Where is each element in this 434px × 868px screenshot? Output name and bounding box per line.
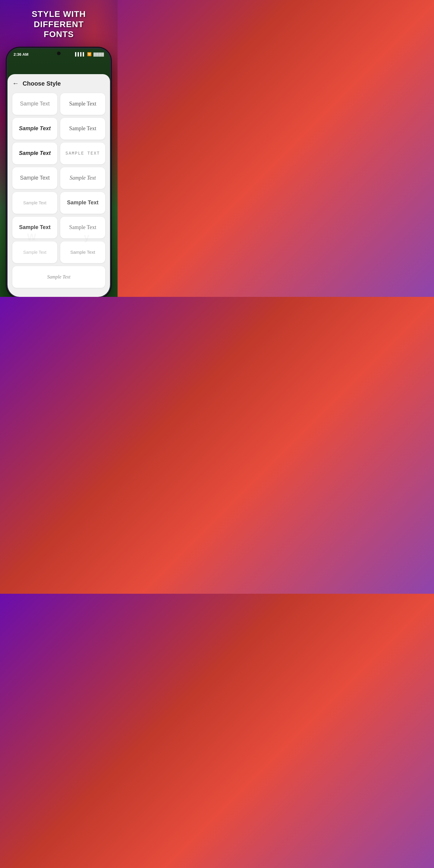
font-label-2: Sample Text	[69, 101, 96, 107]
font-label-4: Sample Text	[69, 125, 96, 132]
font-card-3[interactable]: Sample Text	[12, 118, 57, 140]
font-label-15: Sample Text	[47, 274, 70, 280]
back-button[interactable]: ←	[12, 80, 19, 87]
status-time: 2:36 AM	[13, 52, 28, 57]
font-label-12: Sample Text	[69, 224, 96, 230]
font-card-5[interactable]: Sample Text	[12, 143, 57, 164]
font-label-14: Sample Text	[70, 250, 95, 255]
modal-header: ← Choose Style	[12, 80, 105, 87]
font-card-15[interactable]: Sample Text	[12, 266, 105, 288]
font-label-3: Sample Text	[19, 125, 51, 132]
font-card-4[interactable]: Sample Text	[60, 118, 105, 140]
font-card-8[interactable]: Sample Text	[60, 167, 105, 189]
font-label-5: Sample Text	[19, 150, 51, 156]
phone-frame: 2:36 AM ▌▌▌▌ 🛜 ▓▓▓▓ W y ← Choose Style S…	[7, 49, 110, 297]
font-card-2[interactable]: Sample Text	[60, 93, 105, 115]
signal-icon: ▌▌▌▌	[75, 52, 85, 56]
font-card-11[interactable]: Sample Text	[12, 217, 57, 239]
font-label-9: Sample Text	[23, 200, 46, 205]
font-card-9[interactable]: Sample Text	[12, 192, 57, 214]
font-card-10[interactable]: Sample Text	[60, 192, 105, 214]
font-card-12[interactable]: Sample Text	[60, 217, 105, 239]
wifi-icon: 🛜	[87, 52, 92, 56]
status-icons: ▌▌▌▌ 🛜 ▓▓▓▓	[75, 52, 104, 56]
font-label-11: Sample Text	[19, 224, 51, 230]
page-title-area: STYLE WITH DIFFERENT FONTS	[0, 0, 118, 45]
font-card-14[interactable]: Sample Text	[60, 241, 105, 263]
font-card-7[interactable]: Sample Text	[12, 167, 57, 189]
font-label-8: Sample Text	[70, 175, 96, 181]
font-label-6: SAMPLE TEXT	[65, 151, 100, 156]
font-card-1[interactable]: Sample Text	[12, 93, 57, 115]
camera-notch	[57, 52, 61, 55]
font-label-1: Sample Text	[20, 101, 50, 107]
font-card-6[interactable]: SAMPLE TEXT	[60, 143, 105, 164]
modal-sheet: ← Choose Style Sample TextSample TextSam…	[7, 74, 110, 297]
font-label-10: Sample Text	[67, 199, 98, 206]
battery-icon: ▓▓▓▓	[93, 52, 104, 56]
fonts-grid: Sample TextSample TextSample TextSample …	[12, 93, 105, 288]
modal-title: Choose Style	[23, 80, 61, 87]
page-title: STYLE WITH DIFFERENT FONTS	[6, 9, 112, 39]
font-card-13[interactable]: Sample Text	[12, 241, 57, 263]
font-label-7: Sample Text	[20, 175, 50, 181]
font-label-13: Sample Text	[23, 250, 46, 255]
